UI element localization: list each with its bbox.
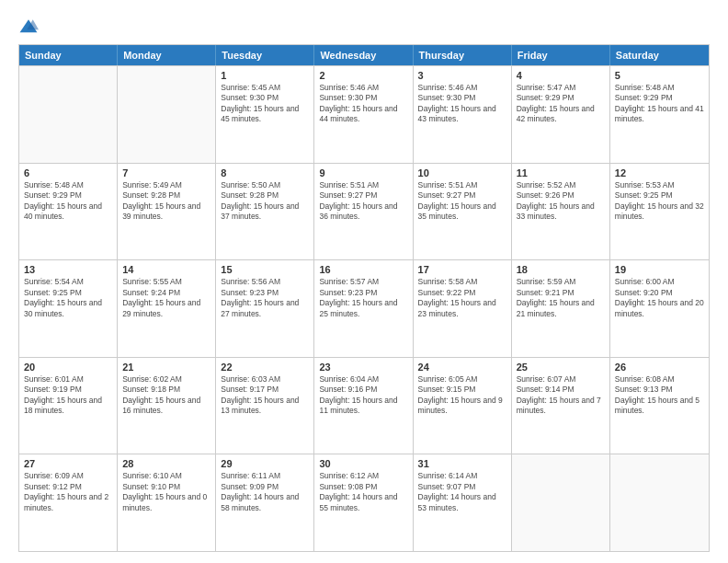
- day-info: Sunrise: 5:53 AMSunset: 9:25 PMDaylight:…: [615, 180, 704, 223]
- header-day-thursday: Thursday: [414, 45, 512, 65]
- day-cell-16: 16Sunrise: 5:57 AMSunset: 9:23 PMDayligh…: [314, 260, 413, 357]
- day-info: Sunrise: 5:55 AMSunset: 9:24 PMDaylight:…: [122, 277, 210, 319]
- day-cell-20: 20Sunrise: 6:01 AMSunset: 9:19 PMDayligh…: [19, 358, 118, 454]
- day-cell-28: 28Sunrise: 6:10 AMSunset: 9:10 PMDayligh…: [118, 454, 216, 551]
- day-cell-3: 3Sunrise: 5:46 AMSunset: 9:30 PMDaylight…: [414, 66, 512, 163]
- day-number: 19: [615, 264, 704, 275]
- day-number: 30: [319, 458, 407, 469]
- day-cell-14: 14Sunrise: 5:55 AMSunset: 9:24 PMDayligh…: [118, 260, 216, 357]
- day-cell-31: 31Sunrise: 6:14 AMSunset: 9:07 PMDayligh…: [414, 454, 512, 551]
- calendar-body: 1Sunrise: 5:45 AMSunset: 9:30 PMDaylight…: [19, 65, 709, 551]
- day-number: 9: [319, 167, 407, 178]
- calendar-row-4: 20Sunrise: 6:01 AMSunset: 9:19 PMDayligh…: [19, 357, 709, 454]
- day-cell-1: 1Sunrise: 5:45 AMSunset: 9:30 PMDaylight…: [216, 66, 314, 163]
- day-number: 13: [24, 264, 112, 275]
- day-cell-6: 6Sunrise: 5:48 AMSunset: 9:29 PMDaylight…: [19, 164, 118, 260]
- day-number: 29: [221, 458, 309, 469]
- day-info: Sunrise: 6:09 AMSunset: 9:12 PMDaylight:…: [24, 471, 112, 513]
- day-cell-26: 26Sunrise: 6:08 AMSunset: 9:13 PMDayligh…: [610, 358, 709, 454]
- day-cell-12: 12Sunrise: 5:53 AMSunset: 9:25 PMDayligh…: [610, 164, 709, 260]
- day-info: Sunrise: 6:12 AMSunset: 9:08 PMDaylight:…: [319, 471, 407, 513]
- calendar-row-1: 1Sunrise: 5:45 AMSunset: 9:30 PMDaylight…: [19, 65, 709, 163]
- logo-icon: [18, 17, 39, 37]
- calendar-row-3: 13Sunrise: 5:54 AMSunset: 9:25 PMDayligh…: [19, 259, 709, 357]
- day-cell-13: 13Sunrise: 5:54 AMSunset: 9:25 PMDayligh…: [19, 260, 118, 357]
- day-cell-23: 23Sunrise: 6:04 AMSunset: 9:16 PMDayligh…: [314, 358, 413, 454]
- day-info: Sunrise: 6:01 AMSunset: 9:19 PMDaylight:…: [24, 374, 112, 417]
- day-info: Sunrise: 6:08 AMSunset: 9:13 PMDaylight:…: [615, 374, 704, 417]
- day-number: 2: [319, 70, 407, 81]
- day-info: Sunrise: 6:11 AMSunset: 9:09 PMDaylight:…: [221, 471, 309, 513]
- day-number: 18: [517, 264, 605, 275]
- header: [18, 17, 710, 37]
- day-cell-19: 19Sunrise: 6:00 AMSunset: 9:20 PMDayligh…: [610, 260, 709, 357]
- day-cell-17: 17Sunrise: 5:58 AMSunset: 9:22 PMDayligh…: [414, 260, 512, 357]
- day-info: Sunrise: 5:45 AMSunset: 9:30 PMDaylight:…: [221, 83, 309, 125]
- day-number: 14: [122, 264, 210, 275]
- day-info: Sunrise: 5:57 AMSunset: 9:23 PMDaylight:…: [319, 277, 407, 319]
- day-cell-22: 22Sunrise: 6:03 AMSunset: 9:17 PMDayligh…: [216, 358, 314, 454]
- day-info: Sunrise: 6:03 AMSunset: 9:17 PMDaylight:…: [221, 374, 309, 417]
- day-info: Sunrise: 5:48 AMSunset: 9:29 PMDaylight:…: [24, 180, 112, 223]
- day-cell-2: 2Sunrise: 5:46 AMSunset: 9:30 PMDaylight…: [314, 66, 413, 163]
- day-info: Sunrise: 5:51 AMSunset: 9:27 PMDaylight:…: [319, 180, 407, 223]
- day-number: 20: [24, 362, 112, 373]
- day-cell-4: 4Sunrise: 5:47 AMSunset: 9:29 PMDaylight…: [512, 66, 610, 163]
- day-cell-8: 8Sunrise: 5:50 AMSunset: 9:28 PMDaylight…: [216, 164, 314, 260]
- day-info: Sunrise: 5:49 AMSunset: 9:28 PMDaylight:…: [122, 180, 210, 223]
- day-info: Sunrise: 6:04 AMSunset: 9:16 PMDaylight:…: [319, 374, 407, 417]
- day-number: 1: [221, 70, 309, 81]
- day-info: Sunrise: 5:47 AMSunset: 9:29 PMDaylight:…: [517, 83, 605, 125]
- day-number: 12: [615, 167, 704, 178]
- day-info: Sunrise: 5:50 AMSunset: 9:28 PMDaylight:…: [221, 180, 309, 223]
- day-cell-25: 25Sunrise: 6:07 AMSunset: 9:14 PMDayligh…: [512, 358, 610, 454]
- header-day-tuesday: Tuesday: [216, 45, 314, 65]
- day-info: Sunrise: 6:10 AMSunset: 9:10 PMDaylight:…: [122, 471, 210, 513]
- day-cell-5: 5Sunrise: 5:48 AMSunset: 9:29 PMDaylight…: [610, 66, 709, 163]
- day-info: Sunrise: 5:56 AMSunset: 9:23 PMDaylight:…: [221, 277, 309, 319]
- day-cell-9: 9Sunrise: 5:51 AMSunset: 9:27 PMDaylight…: [314, 164, 413, 260]
- day-cell-21: 21Sunrise: 6:02 AMSunset: 9:18 PMDayligh…: [118, 358, 216, 454]
- header-day-sunday: Sunday: [19, 45, 118, 65]
- day-number: 3: [418, 70, 506, 81]
- page: SundayMondayTuesdayWednesdayThursdayFrid…: [0, 0, 728, 563]
- day-cell-27: 27Sunrise: 6:09 AMSunset: 9:12 PMDayligh…: [19, 454, 118, 551]
- empty-cell: [512, 454, 610, 551]
- day-number: 11: [517, 167, 605, 178]
- day-number: 25: [517, 362, 605, 373]
- day-info: Sunrise: 6:14 AMSunset: 9:07 PMDaylight:…: [418, 471, 506, 513]
- day-number: 24: [418, 362, 506, 373]
- day-cell-30: 30Sunrise: 6:12 AMSunset: 9:08 PMDayligh…: [314, 454, 413, 551]
- day-cell-11: 11Sunrise: 5:52 AMSunset: 9:26 PMDayligh…: [512, 164, 610, 260]
- empty-cell: [19, 66, 118, 163]
- day-info: Sunrise: 6:02 AMSunset: 9:18 PMDaylight:…: [122, 374, 210, 417]
- day-info: Sunrise: 5:54 AMSunset: 9:25 PMDaylight:…: [24, 277, 112, 319]
- calendar-header: SundayMondayTuesdayWednesdayThursdayFrid…: [19, 45, 709, 65]
- calendar-row-5: 27Sunrise: 6:09 AMSunset: 9:12 PMDayligh…: [19, 454, 709, 551]
- day-cell-18: 18Sunrise: 5:59 AMSunset: 9:21 PMDayligh…: [512, 260, 610, 357]
- day-number: 23: [319, 362, 407, 373]
- calendar: SundayMondayTuesdayWednesdayThursdayFrid…: [18, 44, 710, 552]
- day-info: Sunrise: 5:51 AMSunset: 9:27 PMDaylight:…: [418, 180, 506, 223]
- day-info: Sunrise: 5:59 AMSunset: 9:21 PMDaylight:…: [517, 277, 605, 319]
- day-number: 15: [221, 264, 309, 275]
- day-number: 6: [24, 167, 112, 178]
- day-number: 26: [615, 362, 704, 373]
- day-info: Sunrise: 6:00 AMSunset: 9:20 PMDaylight:…: [615, 277, 704, 319]
- day-number: 17: [418, 264, 506, 275]
- header-day-wednesday: Wednesday: [314, 45, 413, 65]
- day-number: 8: [221, 167, 309, 178]
- day-cell-15: 15Sunrise: 5:56 AMSunset: 9:23 PMDayligh…: [216, 260, 314, 357]
- day-number: 10: [418, 167, 506, 178]
- day-number: 5: [615, 70, 704, 81]
- day-number: 21: [122, 362, 210, 373]
- day-cell-29: 29Sunrise: 6:11 AMSunset: 9:09 PMDayligh…: [216, 454, 314, 551]
- empty-cell: [610, 454, 709, 551]
- day-info: Sunrise: 5:52 AMSunset: 9:26 PMDaylight:…: [517, 180, 605, 223]
- day-number: 28: [122, 458, 210, 469]
- day-number: 16: [319, 264, 407, 275]
- day-cell-10: 10Sunrise: 5:51 AMSunset: 9:27 PMDayligh…: [414, 164, 512, 260]
- header-day-saturday: Saturday: [610, 45, 709, 65]
- day-number: 22: [221, 362, 309, 373]
- day-info: Sunrise: 5:46 AMSunset: 9:30 PMDaylight:…: [319, 83, 407, 125]
